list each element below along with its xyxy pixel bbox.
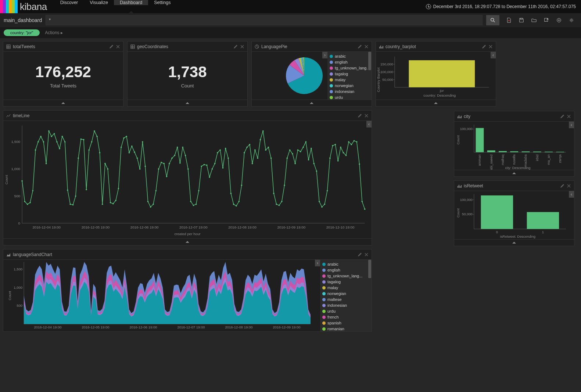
panel-expand[interactable] — [454, 170, 574, 176]
legend-item[interactable]: tg_unknown_lang... — [320, 273, 372, 279]
panel-expand[interactable] — [3, 238, 372, 245]
svg-point-136 — [305, 141, 306, 143]
legend-item[interactable]: arabic — [327, 53, 372, 59]
svg-text:isRetweet: Descending: isRetweet: Descending — [500, 234, 535, 238]
close-icon[interactable] — [364, 252, 369, 257]
nav-discover[interactable]: Discover — [54, 0, 84, 5]
legend-item[interactable]: urdu — [320, 308, 372, 314]
query-input[interactable] — [46, 15, 483, 25]
legend-item[interactable]: urdu — [327, 94, 372, 100]
panel-expand[interactable] — [128, 100, 247, 106]
close-icon[interactable] — [567, 114, 571, 119]
legend-item[interactable]: french — [320, 314, 372, 320]
legend-item[interactable]: norwegian — [327, 83, 372, 89]
panel-expand[interactable] — [252, 100, 372, 106]
svg-point-142 — [321, 206, 323, 208]
svg-text:country: Descending: country: Descending — [423, 93, 456, 97]
search-button[interactable] — [486, 15, 499, 25]
nav-settings[interactable]: Settings — [148, 0, 176, 5]
legend-item[interactable]: english — [320, 267, 372, 273]
time-range-picker[interactable]: December 3rd 2016, 18:29:07.728 to Decem… — [426, 4, 581, 9]
close-icon[interactable] — [240, 44, 244, 49]
legend-item[interactable]: indonesian — [327, 89, 372, 94]
legend-toggle[interactable]: ‹ — [491, 52, 496, 58]
line-icon — [6, 114, 11, 118]
svg-point-144 — [327, 190, 328, 191]
actions-link[interactable]: Actions ▸ — [45, 30, 63, 35]
svg-text:ruseifa: ruseifa — [512, 154, 516, 165]
legend-toggle[interactable]: › — [315, 260, 320, 266]
panel-expand[interactable] — [3, 100, 123, 106]
edit-icon[interactable] — [109, 44, 114, 49]
edit-icon[interactable] — [482, 44, 486, 49]
svg-point-52 — [80, 139, 82, 140]
add-icon[interactable] — [556, 17, 562, 23]
nav-dashboard[interactable]: Dashboard — [114, 0, 148, 5]
svg-point-47 — [67, 190, 68, 191]
scrollbar[interactable] — [368, 52, 372, 100]
svg-point-87 — [174, 155, 176, 156]
gear-icon[interactable] — [569, 17, 574, 23]
close-icon[interactable] — [116, 44, 120, 49]
nav-visualize[interactable]: Visualize — [84, 0, 114, 5]
svg-point-126 — [279, 205, 280, 206]
share-icon[interactable] — [544, 17, 549, 23]
save-icon[interactable] — [519, 17, 524, 23]
close-icon[interactable] — [364, 114, 369, 118]
line-chart: 05001,0001,5002016-12-04 19:002016-12-05… — [3, 121, 372, 238]
svg-point-39 — [46, 163, 47, 164]
legend-item[interactable]: spanish — [320, 320, 372, 326]
svg-point-125 — [276, 204, 277, 205]
legend-item[interactable]: malay — [327, 77, 372, 83]
svg-point-107 — [227, 158, 229, 159]
svg-point-43 — [56, 141, 58, 143]
legend-toggle[interactable]: ‹ — [569, 191, 574, 198]
legend-item[interactable]: malay — [320, 285, 372, 291]
legend-item[interactable]: tagalog — [320, 279, 372, 285]
svg-text:500: 500 — [14, 194, 21, 198]
filter-pill[interactable]: country: "jor" — [4, 29, 40, 36]
svg-point-97 — [201, 166, 202, 167]
svg-point-41 — [51, 136, 52, 137]
svg-point-78 — [150, 206, 151, 208]
svg-point-120 — [262, 130, 264, 132]
svg-text:100,000: 100,000 — [380, 70, 393, 74]
close-icon[interactable] — [488, 44, 493, 49]
svg-point-102 — [214, 163, 216, 164]
edit-icon[interactable] — [358, 44, 362, 49]
edit-icon[interactable] — [358, 252, 362, 257]
svg-text:Count: Count — [8, 291, 12, 300]
legend: arabicenglishtg_unknown_lang...tagalogma… — [327, 52, 372, 100]
legend-item[interactable]: maltese — [320, 296, 372, 302]
svg-rect-15 — [409, 60, 475, 87]
legend-item[interactable]: tg_unknown_lang... — [327, 65, 372, 71]
legend-item[interactable]: arabic — [320, 261, 372, 267]
svg-point-80 — [155, 190, 157, 191]
legend-toggle[interactable]: ‹ — [366, 121, 372, 127]
legend-item[interactable]: english — [327, 59, 372, 65]
svg-point-60 — [102, 204, 103, 205]
svg-point-110 — [236, 205, 237, 207]
open-icon[interactable] — [531, 17, 537, 23]
edit-icon[interactable] — [358, 114, 362, 118]
legend-item[interactable]: tagalog — [327, 71, 372, 77]
svg-point-85 — [169, 163, 170, 164]
panel-expand[interactable] — [454, 239, 574, 246]
edit-icon[interactable] — [560, 114, 564, 119]
edit-icon[interactable] — [560, 184, 564, 188]
legend-toggle[interactable]: ‹ — [569, 122, 574, 128]
legend-toggle[interactable]: › — [322, 52, 327, 58]
legend-item[interactable]: romanian — [320, 326, 372, 331]
panel-expand[interactable] — [376, 100, 496, 106]
table-icon — [130, 44, 135, 49]
close-icon[interactable] — [567, 184, 571, 188]
svg-point-119 — [260, 139, 261, 140]
new-icon[interactable] — [506, 17, 512, 23]
edit-icon[interactable] — [233, 44, 238, 49]
svg-point-42 — [54, 133, 55, 134]
close-icon[interactable] — [364, 44, 369, 49]
scrollbar[interactable] — [368, 260, 372, 331]
svg-point-134 — [300, 151, 301, 152]
legend-item[interactable]: norwegian — [320, 291, 372, 296]
legend-item[interactable]: indonesian — [320, 302, 372, 308]
